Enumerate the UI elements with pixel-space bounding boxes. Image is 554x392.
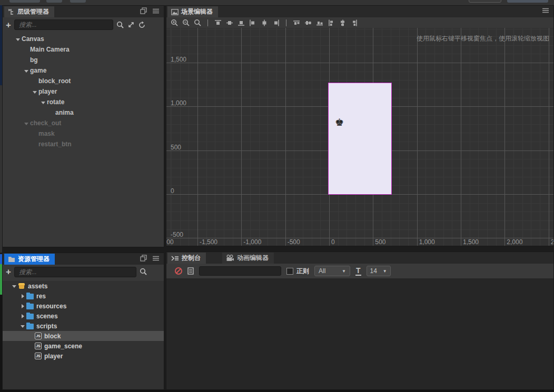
align-hcenter-icon[interactable] (259, 18, 270, 27)
align-left-icon[interactable] (247, 18, 259, 27)
black-chess-piece[interactable]: ♚ (335, 117, 344, 127)
align-top-icon[interactable] (212, 18, 224, 27)
refresh-icon[interactable] (138, 21, 146, 29)
expand-arrow[interactable] (40, 99, 47, 106)
expand-arrow[interactable] (32, 88, 38, 95)
distribute-bottom-icon[interactable] (314, 18, 325, 27)
chevron-down-icon: ▼ (342, 269, 346, 274)
hierarchy-node-bg[interactable]: bg (3, 55, 164, 65)
expand-arrow[interactable] (23, 67, 30, 74)
ruler-y-label: 0 (171, 187, 174, 195)
top-toolbar-button[interactable] (70, 0, 86, 3)
create-asset-button[interactable]: + (6, 267, 11, 276)
tab-console[interactable]: 控制台 (167, 253, 206, 264)
top-toolbar-button[interactable] (469, 0, 501, 3)
assets-search-input[interactable] (14, 267, 136, 277)
menu-icon[interactable] (152, 8, 160, 14)
js-file-icon: JS (35, 333, 42, 339)
hierarchy-node-canvas[interactable]: Canvas (3, 34, 164, 44)
scene-viewport[interactable]: 使用鼠标右键平移视窗焦点，使用滚轮缩放视图 1,5001,0005000-500… (166, 28, 553, 246)
expand-arrow[interactable] (19, 303, 26, 309)
expand-arrow (32, 141, 38, 148)
asset-item-scripts[interactable]: scripts (3, 321, 164, 331)
animation-icon (226, 255, 234, 262)
scene-tabbar: 场景编辑器 (166, 6, 553, 17)
node-label: Canvas (22, 35, 44, 43)
hierarchy-node-main-camera[interactable]: Main Camera (3, 44, 164, 55)
hierarchy-node-block_root[interactable]: block_root (3, 76, 164, 86)
hierarchy-node-mask[interactable]: mask (3, 128, 164, 139)
create-node-button[interactable]: + (6, 21, 11, 29)
distribute-left-icon[interactable] (325, 18, 337, 27)
chevron-down-icon: ▼ (383, 269, 387, 274)
distribute-hcenter-icon[interactable] (337, 18, 349, 27)
distribute-right-icon[interactable] (349, 18, 360, 27)
node-label: restart_btn (38, 140, 72, 148)
asset-item-scenes[interactable]: scenes (3, 311, 164, 321)
ruler-x-label: 2,000 (507, 238, 522, 246)
zoom-reset-icon[interactable] (192, 18, 203, 27)
tab-animation-editor[interactable]: 动画编辑器 (222, 253, 274, 264)
clear-log-icon[interactable] (175, 267, 182, 275)
search-icon[interactable] (116, 21, 124, 29)
hierarchy-node-anima[interactable]: anima (3, 107, 164, 118)
popup-icon[interactable] (140, 255, 147, 262)
asset-item-player[interactable]: JSplayer (3, 351, 164, 361)
asset-item-resources[interactable]: resources (3, 301, 164, 311)
expand-arrow (48, 109, 55, 116)
menu-icon[interactable] (152, 255, 160, 262)
hierarchy-node-game[interactable]: game (3, 65, 164, 76)
dropdown-value: All (319, 267, 325, 275)
expand-arrow[interactable] (19, 293, 26, 299)
zoom-in-icon[interactable] (169, 18, 180, 27)
expand-arrow[interactable] (19, 313, 26, 319)
hierarchy-node-check_out[interactable]: check_out (3, 118, 164, 128)
tab-assets[interactable]: 资源管理器 (4, 254, 55, 265)
top-toolbar-button[interactable] (507, 0, 548, 3)
expand-arrow[interactable] (11, 283, 18, 289)
tab-hierarchy[interactable]: 层级管理器 (4, 6, 54, 17)
popup-icon[interactable] (140, 7, 147, 14)
expand-arrow[interactable] (15, 36, 22, 43)
node-label: Main Camera (30, 46, 70, 53)
align-bottom-icon[interactable] (235, 18, 247, 27)
align-right-icon[interactable] (270, 18, 282, 27)
distribute-top-icon[interactable] (291, 18, 302, 27)
align-vcenter-icon[interactable] (224, 18, 235, 27)
top-toolbar-button[interactable] (9, 0, 40, 3)
ruler-x-label: 500 (375, 238, 385, 246)
top-toolbar-button[interactable] (46, 0, 62, 3)
font-size-dropdown[interactable]: 14 ▼ (367, 266, 391, 276)
console-panel: 控制台 动画编辑器 正则 All (166, 252, 554, 390)
distribute-vcenter-icon[interactable] (302, 18, 314, 27)
asset-item-block[interactable]: JSblock (3, 331, 164, 341)
search-icon[interactable] (140, 268, 147, 276)
hierarchy-node-rotate[interactable]: rotate (3, 97, 164, 107)
log-level-dropdown[interactable]: All ▼ (314, 266, 350, 276)
canvas-node-rect[interactable]: ♚ (328, 83, 392, 195)
folder-icon (26, 303, 34, 309)
node-label: player (38, 88, 57, 95)
document-icon[interactable] (187, 267, 194, 275)
hierarchy-node-player[interactable]: player (3, 86, 164, 97)
expand-all-icon[interactable] (127, 21, 135, 28)
expand-arrow[interactable] (23, 120, 30, 127)
asset-item-res[interactable]: res (3, 291, 164, 301)
zoom-out-icon[interactable] (180, 18, 192, 27)
console-filter-input[interactable] (199, 266, 281, 276)
ruler-y-label: 500 (171, 144, 181, 151)
asset-label: game_scene (44, 343, 82, 350)
expand-arrow[interactable] (19, 323, 26, 329)
asset-item-assets[interactable]: assets (3, 281, 164, 291)
menu-icon[interactable] (542, 7, 549, 14)
assets-toolbar: + (3, 265, 164, 279)
asset-item-game_scene[interactable]: JSgame_scene (3, 341, 164, 351)
tab-scene-editor[interactable]: 场景编辑器 (167, 6, 218, 17)
hierarchy-search-input[interactable] (14, 19, 113, 30)
regex-checkbox[interactable] (286, 268, 293, 275)
expand-arrow (32, 130, 38, 137)
expand-arrow (28, 343, 35, 349)
console-log-area[interactable] (166, 278, 553, 389)
ruler-x-label: -1,500 (200, 238, 217, 246)
hierarchy-node-restart_btn[interactable]: restart_btn (3, 139, 164, 149)
